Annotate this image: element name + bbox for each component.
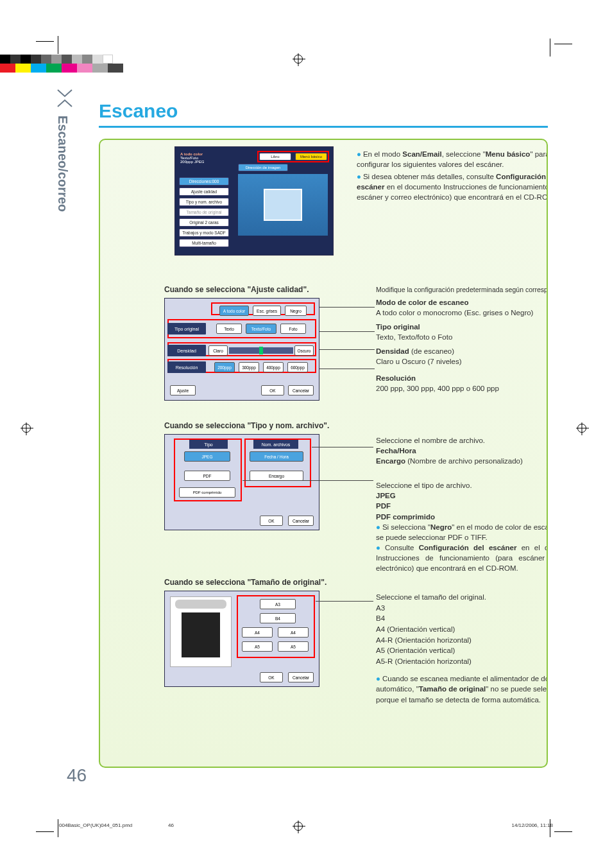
file-screenshot: Tipo Nom. archivos JPEG Fecha / Hora PDF… — [164, 434, 319, 530]
content-panel: A todo color Texto/Foto 200ppp JPEG Dire… — [99, 139, 548, 768]
scan-status-block: A todo color Texto/Foto 200ppp JPEG — [179, 151, 230, 175]
label-resolucion: Resolución — [167, 361, 206, 373]
btn-texto-foto[interactable]: Texto/Foto — [246, 324, 276, 334]
btn-a4r[interactable]: A4 — [278, 627, 309, 638]
btn-texto[interactable]: Texto — [216, 324, 242, 334]
btn-fecha-hora[interactable]: Fecha / Hora — [250, 451, 303, 462]
original-preview — [170, 596, 232, 667]
btn-ajuste[interactable]: Ajuste — [170, 385, 196, 395]
btn-jpeg[interactable]: JPEG — [184, 451, 230, 462]
btn-libro[interactable]: Libro — [259, 153, 291, 161]
density-slider[interactable] — [229, 347, 293, 354]
section-tab: Escaneo/correo — [55, 87, 81, 267]
menu-2caras[interactable]: Original 2 caras — [179, 218, 229, 227]
btn-grayscale[interactable]: Esc. grises — [253, 306, 281, 316]
btn-black[interactable]: Negro — [285, 306, 307, 316]
file-description: Seleccione el nombre de archivo. Fecha/H… — [376, 435, 548, 573]
size-heading: Cuando se selecciona "Tamaño de original… — [164, 578, 548, 587]
btn-a4[interactable]: A4 — [242, 627, 273, 638]
btn-ok-file[interactable]: OK — [260, 516, 283, 526]
btn-foto[interactable]: Foto — [280, 324, 306, 334]
crop-mark — [58, 36, 58, 54]
quality-screenshot: A todo color Esc. grises Negro Tipo orig… — [164, 298, 319, 401]
menu-direcciones[interactable]: Direcciones:000 — [179, 177, 229, 186]
btn-300ppp[interactable]: 300ppp — [239, 362, 259, 372]
crop-mark — [554, 831, 572, 832]
scan-email-icon — [55, 87, 74, 109]
menu-multitamano[interactable]: Multi-tamaño — [179, 239, 229, 247]
menu-tamano[interactable]: Tamaño de original — [179, 208, 229, 216]
btn-a3[interactable]: A3 — [260, 599, 296, 609]
basic-menu-screenshot: A todo color Texto/Foto 200ppp JPEG Dire… — [174, 146, 334, 256]
btn-a5r[interactable]: A5 — [278, 641, 309, 652]
btn-encargo[interactable]: Encargo — [250, 471, 303, 481]
quality-description: Modifique la configuración predeterminad… — [376, 285, 548, 394]
btn-claro[interactable]: Claro — [208, 345, 228, 356]
section-tab-label: Escaneo/correo — [55, 114, 70, 294]
btn-200ppp[interactable]: 200ppp — [214, 362, 235, 372]
btn-400ppp[interactable]: 400ppp — [263, 362, 284, 372]
crop-mark — [36, 41, 54, 42]
btn-cancel-file[interactable]: Cancelar — [288, 516, 314, 526]
label-tipo-original: Tipo original — [167, 323, 206, 334]
bw-registration-blocks — [0, 55, 612, 64]
menu-sadf[interactable]: Trabajos y modo SADF — [179, 229, 229, 237]
page-number: 46 — [67, 765, 87, 786]
intro-text: ●En el modo Scan/Email, seleccione "Menu… — [357, 149, 548, 202]
btn-ok[interactable]: OK — [261, 385, 284, 395]
btn-pdf-comp[interactable]: PDF comprimido — [179, 487, 235, 498]
label-densidad: Densidad — [167, 345, 206, 356]
btn-oscuro[interactable]: Oscuro — [294, 345, 314, 356]
scan-preview — [238, 174, 328, 236]
size-screenshot: A3 B4 A4 A4 A5 A5 OK Cancelar — [164, 591, 319, 687]
btn-pdf[interactable]: PDF — [184, 471, 230, 481]
registration-mark-top — [294, 55, 303, 64]
btn-b4[interactable]: B4 — [260, 613, 296, 623]
btn-full-color[interactable]: A todo color — [219, 306, 249, 316]
btn-cancel-size[interactable]: Cancelar — [288, 672, 314, 682]
size-description: Seleccione el tamaño del original. A3 B4… — [376, 592, 548, 706]
btn-ok-size[interactable]: OK — [260, 672, 283, 682]
registration-mark-left — [22, 424, 31, 433]
btn-600ppp[interactable]: 600ppp — [287, 362, 308, 372]
page-title: Escaneo — [99, 100, 178, 122]
print-footer: 004Basic_OP(UK)044_051.pmd 46 14/12/2006… — [59, 822, 553, 828]
btn-menu-basico[interactable]: Menú básico — [295, 153, 327, 161]
crop-mark — [550, 39, 550, 56]
title-underline — [99, 126, 548, 128]
file-heading: Cuando se selecciona "Tipo y nom. archiv… — [164, 421, 548, 430]
btn-direccion-imagen[interactable]: Dirección de imagen — [238, 164, 288, 171]
menu-tipo-nom[interactable]: Tipo y nom. archivo — [179, 198, 229, 206]
crop-mark — [58, 819, 58, 837]
menu-ajuste-calidad[interactable]: Ajuste calidad — [179, 187, 229, 196]
crop-mark — [36, 831, 54, 832]
registration-mark-right — [577, 424, 586, 433]
crop-mark — [554, 44, 572, 44]
btn-cancelar[interactable]: Cancelar — [288, 385, 314, 395]
btn-a5[interactable]: A5 — [242, 641, 273, 652]
